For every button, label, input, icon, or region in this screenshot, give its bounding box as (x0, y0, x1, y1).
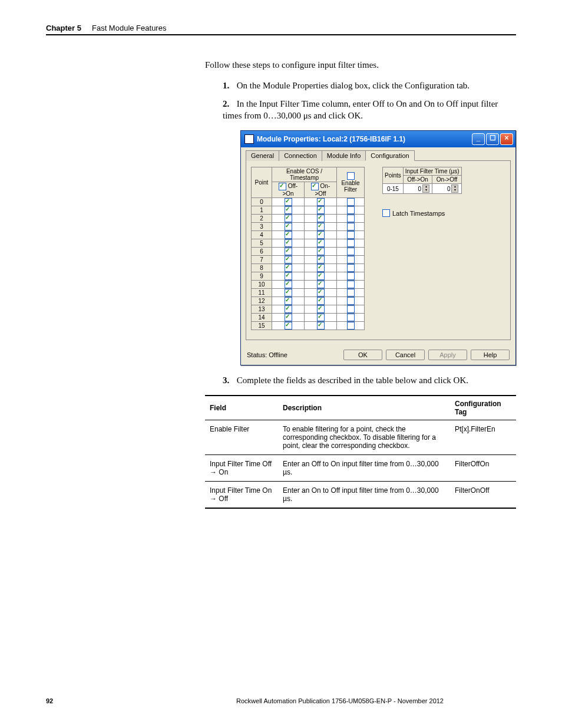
on-off-checkbox[interactable] (317, 231, 325, 239)
point-number: 15 (252, 322, 272, 330)
on-off-checkbox[interactable] (317, 297, 325, 305)
off-on-checkbox[interactable] (285, 239, 292, 247)
off-on-checkbox[interactable] (285, 289, 292, 297)
on-off-checkbox[interactable] (317, 322, 325, 330)
off-on-checkbox[interactable] (285, 198, 292, 206)
point-number: 1 (252, 206, 272, 215)
off-on-checkbox[interactable] (285, 297, 292, 305)
dialog-screenshot: Module Properties: Local:2 (1756-IB16IF … (240, 130, 516, 365)
off-on-checkbox[interactable] (285, 264, 292, 272)
step-number: 3. (223, 374, 234, 386)
on-off-checkbox[interactable] (317, 272, 325, 280)
on-off-value-cell: 0 ▴▾ (432, 184, 461, 194)
on-off-checkbox[interactable] (317, 223, 325, 230)
step-2: 2. In the Input Filter Time column, ente… (223, 98, 516, 122)
on-off-cell (305, 239, 337, 248)
off-on-checkbox[interactable] (285, 322, 292, 330)
on-off-checkbox[interactable] (317, 305, 325, 313)
enable-filter-checkbox[interactable] (347, 289, 355, 297)
cancel-button[interactable]: Cancel (386, 350, 425, 360)
off-on-spinner[interactable]: 0 ▴▾ (406, 185, 429, 193)
field-desc: Enter an On to Off input filter time fro… (278, 482, 450, 509)
on-off-cell (305, 248, 337, 256)
off-on-cell (272, 206, 305, 215)
off-on-checkbox[interactable] (285, 248, 292, 255)
ok-button[interactable]: OK (343, 350, 382, 360)
enable-filter-all-checkbox[interactable] (347, 172, 355, 180)
on-off-checkbox[interactable] (317, 206, 325, 214)
help-button[interactable]: Help (471, 350, 510, 360)
enable-filter-checkbox[interactable] (347, 297, 355, 305)
filter-time-block: Points Input Filter Time (µs) Off->On On… (382, 167, 462, 330)
table-row: Input Filter Time On → Off Enter an On t… (205, 482, 516, 509)
off-on-checkbox[interactable] (285, 256, 292, 263)
on-off-checkbox[interactable] (317, 289, 325, 297)
on-off-checkbox[interactable] (317, 264, 325, 272)
tab-connection[interactable]: Connection (279, 150, 322, 161)
enable-filter-checkbox[interactable] (347, 215, 355, 222)
point-row: 7 (252, 256, 365, 264)
off-on-checkbox[interactable] (285, 281, 292, 288)
enable-filter-checkbox[interactable] (347, 272, 355, 280)
off-on-cell (272, 272, 305, 281)
on-off-cell (305, 281, 337, 289)
on-off-checkbox[interactable] (317, 248, 325, 255)
enable-filter-checkbox[interactable] (347, 239, 355, 247)
on-off-checkbox[interactable] (317, 215, 325, 222)
enable-filter-cell (337, 297, 365, 305)
apply-button[interactable]: Apply (428, 350, 467, 360)
on-off-checkbox[interactable] (317, 256, 325, 263)
off-on-checkbox[interactable] (285, 231, 292, 239)
enable-filter-checkbox[interactable] (347, 322, 355, 330)
on-off-cell (305, 289, 337, 297)
enable-filter-checkbox[interactable] (347, 281, 355, 288)
on-off-checkbox[interactable] (317, 198, 325, 206)
field-name: Enable Filter (205, 420, 278, 455)
tab-configuration[interactable]: Configuration (365, 150, 414, 161)
step-3: 3. Complete the fields as described in t… (223, 374, 516, 386)
off-on-checkbox[interactable] (285, 314, 292, 321)
enable-filter-checkbox[interactable] (347, 305, 355, 313)
config-tag-header: Configuration Tag (450, 396, 516, 420)
on-off-checkbox[interactable] (317, 314, 325, 321)
point-row: 14 (252, 314, 365, 322)
dialog-body: General Connection Module Info Configura… (241, 147, 515, 345)
tab-module-info[interactable]: Module Info (322, 150, 366, 161)
maximize-button[interactable]: ☐ (486, 133, 499, 145)
on-off-all-checkbox[interactable] (311, 183, 319, 190)
latch-timestamps-checkbox[interactable] (382, 209, 390, 217)
tab-general[interactable]: General (246, 150, 279, 161)
off-on-all-checkbox[interactable] (279, 183, 286, 190)
enable-filter-checkbox[interactable] (347, 206, 355, 214)
off-on-checkbox[interactable] (285, 305, 292, 313)
enable-filter-checkbox[interactable] (347, 223, 355, 230)
enable-filter-checkbox[interactable] (347, 231, 355, 239)
off-on-cell (272, 305, 305, 314)
off-on-cell (272, 215, 305, 223)
off-on-checkbox[interactable] (285, 215, 292, 222)
on-off-checkbox[interactable] (317, 281, 325, 288)
off-on-cell (272, 264, 305, 272)
spinner-buttons[interactable]: ▴▾ (422, 185, 429, 193)
enable-filter-checkbox[interactable] (347, 314, 355, 321)
field-header: Field (205, 396, 278, 420)
off-on-checkbox[interactable] (285, 223, 292, 230)
latch-timestamps-row: Latch Timestamps (382, 209, 462, 217)
point-number: 3 (252, 223, 272, 231)
on-off-spinner[interactable]: 0 ▴▾ (435, 185, 458, 193)
minimize-button[interactable]: _ (472, 133, 485, 145)
enable-filter-checkbox[interactable] (347, 198, 355, 206)
point-number: 6 (252, 248, 272, 256)
on-off-checkbox[interactable] (317, 239, 325, 247)
enable-filter-checkbox[interactable] (347, 264, 355, 272)
enable-filter-cell (337, 239, 365, 248)
spinner-buttons[interactable]: ▴▾ (451, 185, 458, 193)
close-button[interactable]: × (500, 133, 513, 145)
off-on-checkbox[interactable] (285, 272, 292, 280)
enable-filter-label: Enable Filter (341, 180, 359, 193)
enable-filter-checkbox[interactable] (347, 248, 355, 255)
off-on-checkbox[interactable] (285, 206, 292, 214)
enable-filter-checkbox[interactable] (347, 256, 355, 263)
on-off-header: On->Off (305, 182, 337, 198)
page-header: Chapter 5 Fast Module Features (46, 24, 516, 35)
